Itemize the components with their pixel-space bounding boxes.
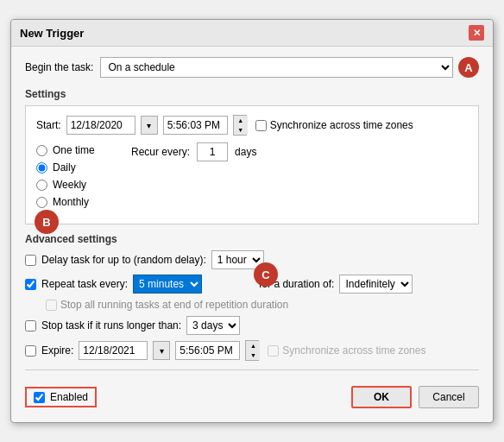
radio-daily: Daily [36, 161, 114, 174]
start-time-input[interactable] [163, 116, 228, 135]
annotation-a: A [458, 57, 479, 78]
annotation-c: C [254, 262, 278, 287]
bottom-row: Enabled OK Cancel [25, 379, 479, 412]
repeat-label: Repeat task every: [41, 278, 128, 290]
advanced-section: Advanced settings Delay task for up to (… [25, 233, 479, 361]
settings-box: Start: ▾ ▲ ▼ Synchronize across time zon… [25, 105, 479, 224]
ok-button[interactable]: OK [351, 386, 412, 408]
repeat-row: Repeat task every: 5 minutes C for a dur… [25, 275, 479, 294]
repeat-select-wrapper: 5 minutes C [133, 275, 202, 294]
radio-weekly-input[interactable] [36, 180, 47, 191]
start-date-calendar-button[interactable]: ▾ [141, 116, 158, 135]
expire-sync-group: Synchronize across time zones [268, 344, 425, 357]
close-button[interactable]: ✕ [469, 25, 484, 41]
begin-task-label: Begin the task: [25, 61, 93, 73]
delay-row: Delay task for up to (random delay): 1 h… [25, 250, 479, 269]
advanced-settings-label: Advanced settings [25, 233, 479, 245]
expire-time-up-button[interactable]: ▲ [246, 341, 260, 350]
expire-row: Expire: ▾ ▲ ▼ Synchronize across time zo… [25, 340, 479, 361]
expire-sync-checkbox [268, 345, 279, 357]
time-up-button[interactable]: ▲ [234, 116, 248, 125]
sync-label: Synchronize across time zones [270, 119, 413, 131]
radio-column: One time Daily Weekly Monthly B [36, 142, 114, 208]
title-bar: New Trigger ✕ [11, 20, 493, 47]
schedule-main: One time Daily Weekly Monthly B [36, 142, 468, 208]
stop-longer-select[interactable]: 3 days [186, 316, 240, 335]
begin-task-row: Begin the task: On a schedule A [25, 57, 479, 78]
radio-one-time: One time [36, 144, 114, 156]
radio-weekly-label: Weekly [53, 179, 86, 191]
recur-value-input[interactable] [197, 142, 228, 161]
radio-monthly-input[interactable] [36, 197, 47, 208]
start-row: Start: ▾ ▲ ▼ Synchronize across time zon… [36, 115, 468, 136]
expire-label: Expire: [41, 344, 73, 357]
button-row: OK Cancel [351, 386, 479, 408]
recur-label: Recur every: [131, 146, 190, 158]
recur-unit-label: days [235, 146, 256, 158]
radio-one-time-label: One time [53, 144, 95, 156]
expire-checkbox[interactable] [25, 345, 36, 357]
expire-time-spin[interactable]: ▲ ▼ [245, 340, 259, 361]
sync-checkbox-group: Synchronize across time zones [255, 119, 413, 131]
enabled-label: Enabled [50, 391, 88, 403]
sync-checkbox[interactable] [255, 120, 267, 131]
expire-time-down-button[interactable]: ▼ [246, 350, 260, 360]
expire-time-input[interactable] [175, 341, 240, 360]
cancel-button[interactable]: Cancel [419, 386, 479, 408]
time-spin-buttons[interactable]: ▲ ▼ [233, 115, 247, 136]
dialog-title: New Trigger [20, 27, 84, 40]
divider [25, 369, 479, 370]
radio-daily-label: Daily [53, 161, 76, 174]
start-date-input[interactable] [66, 116, 135, 135]
radio-weekly: Weekly [36, 179, 114, 191]
stop-longer-label: Stop task if it runs longer than: [41, 319, 181, 332]
stop-longer-checkbox[interactable] [25, 320, 36, 332]
stop-longer-row: Stop task if it runs longer than: 3 days [25, 316, 479, 335]
expire-sync-label: Synchronize across time zones [282, 344, 425, 357]
radio-monthly-label: Monthly [53, 196, 89, 208]
begin-task-select[interactable]: On a schedule [100, 57, 453, 78]
recur-row: Recur every: days [114, 142, 468, 161]
stop-tasks-label: Stop all running tasks at end of repetit… [60, 299, 288, 311]
expire-date-input[interactable] [79, 341, 148, 360]
delay-label: Delay task for up to (random delay): [41, 254, 206, 266]
repeat-checkbox[interactable] [25, 279, 36, 290]
new-trigger-dialog: New Trigger ✕ Begin the task: On a sched… [10, 19, 494, 423]
start-label: Start: [36, 119, 61, 131]
duration-select[interactable]: Indefinitely [339, 275, 413, 294]
repeat-select[interactable]: 5 minutes [133, 275, 202, 294]
settings-section-label: Settings [25, 88, 479, 100]
stop-tasks-checkbox [46, 300, 57, 311]
radio-one-time-input[interactable] [36, 145, 47, 156]
delay-checkbox[interactable] [25, 255, 36, 266]
expire-date-calendar-button[interactable]: ▾ [153, 341, 170, 360]
radio-daily-input[interactable] [36, 162, 47, 174]
radio-monthly: Monthly [36, 196, 114, 208]
enabled-checkbox[interactable] [34, 392, 45, 403]
recur-col: Recur every: days [114, 142, 468, 208]
annotation-b: B [35, 210, 59, 234]
stop-tasks-row: Stop all running tasks at end of repetit… [46, 299, 479, 311]
time-down-button[interactable]: ▼ [234, 125, 248, 135]
enabled-area: Enabled [25, 387, 97, 407]
